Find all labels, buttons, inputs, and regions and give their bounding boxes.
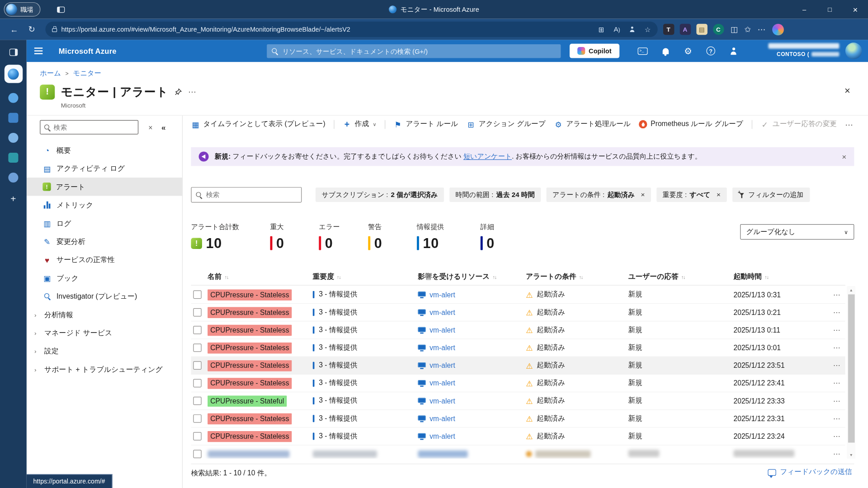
account-menu[interactable]: CONTOSO (	[769, 43, 840, 57]
minimize-button[interactable]	[792, 0, 817, 19]
resource-link[interactable]: vm-alert	[429, 414, 455, 422]
alert-name-link[interactable]: CPUPressure - Stateless	[208, 360, 292, 371]
global-search[interactable]	[267, 44, 561, 58]
row-checkbox[interactable]	[193, 343, 201, 352]
profile-sync-icon[interactable]	[630, 27, 635, 32]
resource-link[interactable]: vm-alert	[429, 379, 455, 387]
banner-close-icon[interactable]: ×	[842, 152, 846, 161]
favorites-icon[interactable]	[745, 25, 751, 34]
column-header[interactable]: 影響を受けるリソース↑↓	[418, 272, 526, 282]
filter-pill[interactable]: 時間の範囲 :過去 24 時間	[449, 188, 541, 202]
window-close-button[interactable]	[843, 0, 868, 19]
global-search-input[interactable]	[282, 47, 556, 55]
column-header[interactable]: アラートの条件↑↓	[526, 272, 628, 282]
clear-search-icon[interactable]: ×	[148, 123, 152, 131]
back-button[interactable]	[10, 24, 18, 34]
nav-item[interactable]: ▤アクティビティ ログ	[27, 160, 182, 178]
nav-item[interactable]: !アラート	[27, 178, 182, 196]
alert-name-link[interactable]: CPUPressure - Stateless	[208, 324, 292, 335]
resource-link[interactable]: vm-alert	[429, 397, 455, 405]
row-menu-icon[interactable]: ⋯	[833, 414, 845, 422]
row-checkbox[interactable]	[193, 379, 201, 387]
row-menu-icon[interactable]: ⋯	[833, 450, 845, 458]
nav-item[interactable]: ✎変更分析	[27, 232, 182, 250]
pinned-site-icon[interactable]	[8, 93, 18, 103]
copilot-sidebar-icon[interactable]	[772, 23, 784, 35]
scroll-down-icon[interactable]: ▼	[847, 451, 855, 459]
row-checkbox[interactable]	[193, 361, 201, 370]
nav-item[interactable]: ♥サービスの正常性	[27, 251, 182, 269]
add-pin-icon[interactable]: +	[10, 194, 16, 205]
extension-icon-3[interactable]: ▤	[696, 24, 707, 35]
table-row[interactable]: CPUPressure - Stateful3 - 情報提供vm-alert⚠起…	[191, 392, 845, 410]
nav-item[interactable]: ▣ブック	[27, 269, 182, 287]
extension-icon-1[interactable]: T	[663, 24, 674, 35]
resource-link[interactable]: vm-alert	[429, 432, 455, 440]
row-menu-icon[interactable]: ⋯	[833, 361, 845, 370]
row-checkbox[interactable]	[193, 291, 201, 299]
alert-name-link[interactable]: CPUPressure - Stateful	[208, 395, 287, 406]
table-row[interactable]: CPUPressure - Stateless3 - 情報提供vm-alert⚠…	[191, 410, 845, 427]
survey-link[interactable]: 短いアンケート	[463, 152, 512, 160]
table-row[interactable]: CPUPressure - Stateless3 - 情報提供vm-alert⚠…	[191, 375, 845, 392]
row-menu-icon[interactable]: ⋯	[833, 432, 845, 440]
browser-tab[interactable]: モニター - Microsoft Azure	[389, 5, 479, 14]
nav-group[interactable]: ›分析情報	[27, 305, 182, 324]
favorite-star-icon[interactable]	[645, 25, 651, 33]
alert-name-link[interactable]: CPUPressure - Stateless	[208, 378, 292, 389]
row-menu-icon[interactable]: ⋯	[833, 379, 845, 387]
filter-pill[interactable]: 重要度 :すべて×	[656, 188, 726, 202]
help-icon[interactable]: ?	[700, 40, 722, 62]
row-menu-icon[interactable]: ⋯	[833, 343, 845, 352]
toolbar-item[interactable]: +作成∨	[343, 119, 377, 129]
row-checkbox[interactable]	[193, 432, 201, 440]
filter-pill[interactable]: サブスクリプション :2 個が選択済み	[316, 188, 444, 202]
extension-icon-4[interactable]: C	[713, 24, 724, 35]
table-row[interactable]: CPUPressure - Stateless3 - 情報提供vm-alert⚠…	[191, 428, 845, 446]
azure-brand[interactable]: Microsoft Azure	[59, 40, 117, 62]
table-row[interactable]: CPUPressure - Stateless3 - 情報提供vm-alert⚠…	[191, 321, 845, 339]
resource-link[interactable]: vm-alert	[429, 361, 455, 370]
scrollbar-thumb[interactable]	[848, 294, 854, 442]
maximize-button[interactable]	[817, 0, 842, 19]
resource-link[interactable]: vm-alert	[429, 343, 455, 352]
url-text[interactable]: https://portal.azure.com/#view/Microsoft…	[61, 25, 589, 33]
blade-close-icon[interactable]: ×	[844, 85, 850, 97]
browser-menu-icon[interactable]	[758, 25, 765, 34]
account-avatar[interactable]	[845, 42, 862, 59]
breadcrumb-current[interactable]: モニター	[73, 69, 101, 78]
nav-item[interactable]: ▥ログ	[27, 214, 182, 232]
blade-overflow-icon[interactable]: ⋯	[188, 87, 196, 96]
nav-search-input[interactable]	[54, 123, 134, 131]
nav-item[interactable]: ◔概要	[27, 141, 182, 159]
toolbar-overflow-icon[interactable]: ⋯	[845, 120, 853, 129]
toolbar-item[interactable]: Prometheus ルール グループ	[639, 119, 743, 129]
table-row[interactable]: CPUPressure - Stateless3 - 情報提供vm-alert⚠…	[191, 286, 845, 304]
row-menu-icon[interactable]: ⋯	[833, 397, 845, 405]
table-row[interactable]: CPUPressure - Stateless3 - 情報提供vm-alert⚠…	[191, 357, 845, 375]
table-row[interactable]: CPUPressure - Stateless3 - 情報提供vm-alert⚠…	[191, 339, 845, 357]
toolbar-item[interactable]: ⊞アクション グループ	[467, 119, 546, 129]
feedback-person-icon[interactable]	[722, 40, 745, 62]
group-by-dropdown[interactable]: グループ化なし	[740, 224, 854, 239]
tab-actions-icon[interactable]	[57, 6, 65, 12]
nav-item[interactable]: Investigator (プレビュー)	[27, 287, 182, 305]
row-menu-icon[interactable]: ⋯	[833, 291, 845, 299]
row-checkbox[interactable]	[193, 308, 201, 316]
sidebar-toggle-icon[interactable]	[9, 49, 17, 56]
pinned-azure-icon[interactable]	[4, 65, 22, 83]
alert-name-link[interactable]: CPUPressure - Stateless	[208, 342, 292, 353]
scroll-up-icon[interactable]: ▲	[847, 286, 855, 294]
filter-pill[interactable]: アラートの条件 :起動済み×	[547, 188, 651, 202]
row-checkbox[interactable]	[193, 397, 201, 405]
read-aloud-icon[interactable]: A)	[613, 25, 620, 33]
remove-filter-icon[interactable]: ×	[641, 191, 645, 198]
nav-group[interactable]: ›マネージド サービス	[27, 324, 182, 342]
hamburger-menu-icon[interactable]	[34, 40, 57, 62]
notifications-bell-icon[interactable]	[654, 40, 676, 62]
row-menu-icon[interactable]: ⋯	[833, 308, 845, 316]
alert-search-input[interactable]	[206, 191, 297, 198]
apps-icon[interactable]: ⊞	[599, 25, 604, 33]
column-header[interactable]: ユーザーの応答↑↓	[628, 272, 734, 282]
add-filter-button[interactable]: + フィルターの追加	[732, 188, 810, 202]
